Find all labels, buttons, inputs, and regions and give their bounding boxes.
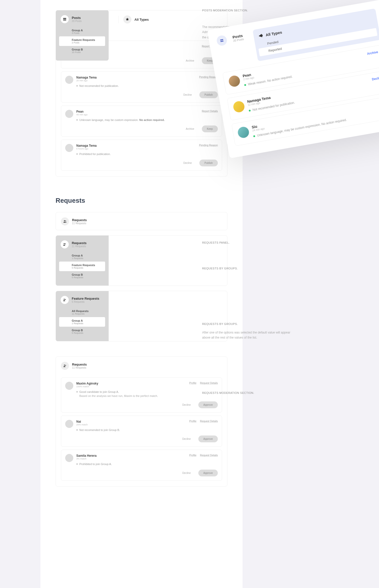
request-card: Maxim Aginsky100% match Profile Request …	[61, 377, 222, 413]
archive-button[interactable]: Archive	[181, 57, 199, 64]
divider	[119, 16, 119, 23]
svg-point-6	[64, 299, 65, 300]
group-item[interactable]: Feature Requests2 Posts	[59, 36, 105, 46]
req-name: Samila Herera	[76, 454, 97, 457]
group-item[interactable]: Group B5 Requests	[61, 327, 104, 336]
group-item[interactable]: Feature Requests5 Requests	[59, 262, 105, 271]
users-icon	[61, 240, 69, 248]
annot-title: REQUESTS PANEL.	[202, 241, 298, 244]
group-item[interactable]: Group B5 Requests	[61, 271, 104, 281]
approve-button[interactable]: Approve	[198, 436, 218, 442]
avatar	[65, 454, 73, 462]
post-author: Namaga Tema	[76, 76, 97, 79]
decline-button[interactable]: Decline	[177, 401, 196, 408]
posts-dropdown: Posts 20 Posts Group A3 Posts Feature Re…	[56, 10, 109, 61]
posts-sub: 20 Posts	[72, 20, 82, 22]
avatar	[232, 100, 245, 113]
post-author: Namaga Tema	[76, 144, 97, 147]
req-sub: 11 Requests	[72, 222, 87, 225]
req-name: Nai	[76, 420, 88, 423]
status-dot	[253, 135, 255, 137]
svg-rect-10	[220, 39, 223, 40]
svg-rect-11	[220, 41, 223, 42]
req-match: 100% match	[76, 385, 98, 388]
requests-groups-panel-2: Feature Requests 5 Requests All Requests…	[56, 291, 227, 341]
request-details-link[interactable]: Request Details	[200, 454, 218, 457]
group-item[interactable]: All Requests11 Requests	[61, 308, 104, 317]
svg-point-9	[65, 365, 66, 366]
svg-point-8	[64, 365, 65, 366]
posts-icon	[216, 35, 228, 46]
decline-link[interactable]: Decline	[372, 76, 379, 81]
group-item[interactable]: Group A1 Requests	[61, 252, 104, 262]
archive-button[interactable]: Archive	[181, 125, 199, 132]
svg-rect-1	[63, 19, 66, 20]
annot-body: After one of the options was selected th…	[202, 330, 298, 340]
group-item[interactable]: Group B15 Posts	[61, 46, 104, 56]
posts-panel: Posts 20 Posts Group A3 Posts Feature Re…	[56, 10, 227, 176]
decline-button[interactable]: Decline	[178, 91, 197, 98]
users-icon	[61, 217, 69, 225]
all-types[interactable]: All Types	[134, 18, 149, 21]
svg-rect-0	[63, 18, 66, 19]
status-dot	[244, 84, 246, 86]
group-item[interactable]: Group A3 Posts	[61, 27, 104, 36]
requests-dropdown: Feature Requests 5 Requests All Requests…	[56, 291, 109, 341]
keep-button[interactable]: Keep	[202, 125, 218, 132]
svg-point-3	[65, 220, 66, 221]
types-icon	[123, 15, 131, 23]
post-card: Namaga Tema20 min ago Pending Reason Not…	[61, 71, 222, 103]
annot-title: REQUESTS BY GROUPS.	[202, 267, 298, 270]
publish-button[interactable]: Publish	[199, 91, 218, 98]
decline-button[interactable]: Decline	[178, 160, 197, 166]
avatar	[65, 110, 73, 118]
publish-button[interactable]: Publish	[199, 160, 218, 166]
svg-point-2	[64, 220, 65, 221]
profile-link[interactable]: Profile	[189, 382, 196, 385]
avatar	[65, 76, 73, 84]
requests-dropdown: Requests 11 Requests Group A1 Requests F…	[56, 235, 109, 286]
avatar	[65, 382, 73, 390]
status-dot	[249, 110, 251, 112]
annot-title: REQUESTS MODERATION SECTION.	[202, 391, 298, 394]
post-card: Namaga Tema5 hours ago Pending Reason Pr…	[61, 140, 222, 171]
avatar	[65, 420, 73, 428]
users-icon	[61, 362, 69, 370]
post-author: Pean	[76, 110, 88, 113]
svg-point-4	[64, 243, 65, 244]
svg-point-7	[65, 299, 66, 300]
pending-reason-link[interactable]: Pending Reason	[199, 76, 218, 79]
decline-button[interactable]: Decline	[177, 436, 196, 442]
tilted-preview: Posts 20 Posts All Types Pended Reported…	[207, 0, 379, 180]
decline-button[interactable]: Decline	[177, 470, 196, 476]
request-details-link[interactable]: Request Details	[200, 382, 218, 385]
users-icon	[61, 296, 69, 304]
avatar	[228, 75, 241, 88]
request-details-link[interactable]: Request Details	[200, 420, 218, 423]
main-column: Posts 20 Posts Group A3 Posts Feature Re…	[40, 0, 243, 588]
req-match: 25% match	[76, 423, 88, 426]
req-title: Requests	[72, 218, 87, 222]
post-card: Pean46 min ago Report Details Unknown la…	[61, 106, 222, 137]
post-time: 46 min ago	[76, 113, 88, 116]
posts-title: Posts	[72, 16, 82, 20]
approve-button[interactable]: Approve	[198, 470, 218, 476]
request-card: Nai25% match Profile Request Details Not…	[61, 416, 222, 447]
pending-reason-link[interactable]: Pending Reason	[199, 144, 218, 147]
group-item[interactable]: Group A1 Requests	[59, 317, 105, 327]
post-time: 5 hours ago	[76, 147, 97, 150]
archive-link[interactable]: Archive	[367, 50, 378, 56]
requests-heading: Requests	[56, 197, 227, 204]
report-details-link[interactable]: Report Details	[202, 110, 218, 113]
megaphone-icon	[258, 33, 264, 39]
profile-link[interactable]: Profile	[189, 454, 196, 457]
approve-button[interactable]: Approve	[198, 401, 218, 408]
avatar	[65, 144, 73, 152]
annot-title: POSTS MODERATION SECTION.	[202, 9, 303, 12]
profile-link[interactable]: Profile	[189, 420, 196, 423]
annot-title: REQUESTS BY GROUPS.	[202, 322, 298, 325]
post-time: 20 min ago	[76, 79, 97, 82]
posts-icon	[61, 15, 69, 23]
requests-panel: Requests 11 Requests	[56, 212, 227, 230]
req-name: Maxim Aginsky	[76, 382, 98, 385]
